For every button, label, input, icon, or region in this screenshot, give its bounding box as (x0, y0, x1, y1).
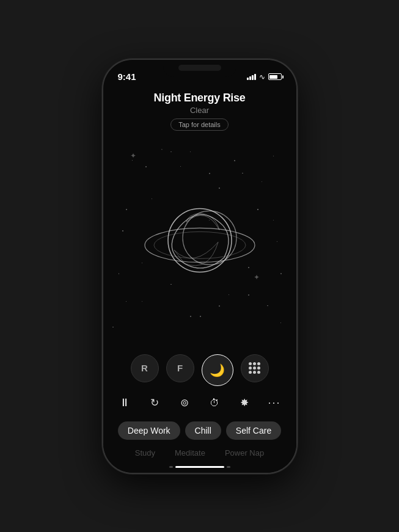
status-icons: ∿ (247, 73, 282, 81)
wifi-icon: ∿ (259, 73, 265, 81)
tag-self-care[interactable]: Self Care (226, 421, 281, 440)
tag-deep-work[interactable]: Deep Work (118, 421, 180, 440)
dots-grid-icon (249, 362, 260, 374)
star-0 (132, 160, 133, 161)
progress-indicator (103, 466, 296, 468)
sub-tag-power-nap[interactable]: Power Nap (218, 446, 271, 460)
pause-button[interactable]: ⏸ (115, 393, 134, 413)
progress-dot-1 (169, 466, 173, 468)
star-dot (170, 151, 172, 153)
tap-details-button[interactable]: Tap for details (170, 118, 228, 131)
star-1 (190, 151, 191, 152)
star-dot (262, 181, 263, 183)
f-button[interactable]: F (166, 354, 194, 382)
f-label: F (177, 363, 183, 373)
sub-tag-meditate[interactable]: Meditate (167, 446, 213, 460)
sub-tag-study[interactable]: Study (128, 446, 163, 460)
star-dot (126, 209, 127, 210)
star-19 (112, 327, 114, 328)
star-18 (180, 166, 181, 167)
notch (163, 60, 236, 77)
dots-grid-button[interactable] (241, 354, 269, 382)
star-7 (122, 230, 123, 231)
moon-icon: 🌙 (210, 363, 225, 377)
star-dot (219, 305, 220, 307)
star-15 (126, 301, 126, 302)
track-subtitle: Clear (115, 106, 284, 115)
star-9 (277, 241, 278, 242)
screen: 9:41 ∿ Night Energy Rise Cle (103, 60, 296, 473)
airplay-button[interactable]: ⊚ (175, 393, 194, 413)
progress-dot-2 (175, 466, 224, 468)
star-13 (229, 294, 229, 295)
transport-controls: ⏸ ↻ ⊚ ⏱ ✸ ··· (103, 390, 296, 418)
sub-tags-row: Study Meditate Power Nap (103, 443, 296, 465)
svg-point-0 (145, 228, 255, 262)
visual-area: ✦ ✦ · (103, 134, 296, 348)
progress-dot-3 (227, 466, 230, 468)
bottom-section: R F 🌙 (103, 348, 296, 473)
star-dot (248, 294, 249, 296)
star-dot (119, 273, 120, 274)
cross-star-3: · (161, 145, 163, 153)
star-dot (142, 301, 143, 302)
refresh-button[interactable]: ↻ (145, 393, 164, 413)
battery-fill (269, 75, 277, 79)
signal-icon (247, 74, 256, 80)
star-dot (280, 273, 282, 274)
star-dot (209, 173, 210, 174)
star-dot (145, 166, 147, 167)
star-3 (273, 156, 274, 156)
star-14 (267, 305, 268, 307)
star-2 (242, 173, 243, 174)
battery-icon (268, 73, 282, 80)
r-label: R (141, 363, 148, 373)
phone-frame: 9:41 ∿ Night Energy Rise Cle (102, 59, 298, 474)
r-button[interactable]: R (131, 354, 159, 382)
status-bar: 9:41 ∿ (103, 60, 296, 87)
timer-button[interactable]: ⏱ (205, 393, 224, 413)
tag-chill[interactable]: Chill (185, 421, 221, 440)
notch-pill (178, 65, 221, 71)
star-17 (280, 322, 281, 323)
svg-point-1 (154, 231, 246, 258)
star-16 (200, 316, 201, 317)
star-button[interactable]: ✸ (235, 393, 254, 413)
star-dot (273, 220, 274, 221)
track-title: Night Energy Rise (115, 92, 284, 104)
cross-star-1: ✦ (130, 151, 136, 160)
status-time: 9:41 (118, 71, 136, 82)
quick-actions-row: R F 🌙 (103, 348, 296, 390)
star-dot (234, 160, 235, 161)
star-dot (190, 316, 191, 317)
moon-button[interactable]: 🌙 (202, 354, 233, 386)
more-button[interactable]: ··· (265, 393, 284, 413)
header: Night Energy Rise Clear Tap for details (103, 87, 296, 134)
planet-illustration (139, 184, 261, 294)
tags-row: Deep Work Chill Self Care (103, 418, 296, 443)
